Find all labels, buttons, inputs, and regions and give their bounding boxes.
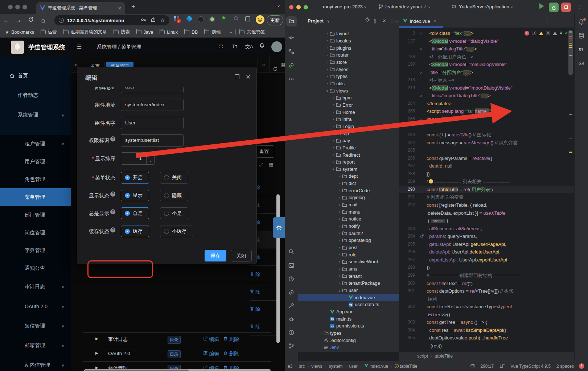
code-line-283[interactable]: 283const { t } = useI18n() // 国际化 xyxy=(399,131,588,139)
code-editor[interactable]: 2> <div class="flex"...>!10384✔6∧∨127 <X… xyxy=(399,29,588,352)
expand-row-icon[interactable]: ▶ xyxy=(95,337,98,341)
bookmarks-manager[interactable]: ★Bookmarks xyxy=(5,29,34,35)
update-browser-button[interactable]: 更新 xyxy=(267,15,283,25)
sidebar-collapse-icon[interactable]: ☰ xyxy=(77,44,82,50)
expand-collapse-icon[interactable]: ∧∨ xyxy=(374,18,376,24)
dialog-close-icon[interactable]: ✕ xyxy=(246,73,251,81)
editor-error-stripe[interactable] xyxy=(567,15,575,345)
tree-item-infra[interactable]: ›infra xyxy=(298,116,399,123)
extensions-puzzle-icon[interactable] xyxy=(234,15,239,22)
route-path-input[interactable]: user xyxy=(121,87,184,93)
always-show-on-radio[interactable]: 总是 xyxy=(121,207,149,219)
tree-item-layout[interactable]: ›layout xyxy=(298,30,399,37)
tree-item-Home[interactable]: ›Home xyxy=(298,108,399,116)
tree-item-types[interactable]: ›types xyxy=(298,73,399,80)
cache-status-on-radio[interactable]: 缓存 xyxy=(121,226,149,237)
code-line-219[interactable]: 219 <XModal v-model="importDialogVisible… xyxy=(399,84,588,92)
code-line-296[interactable]: 296 deleteApi: UserApi.deleteUserApi, xyxy=(399,248,588,256)
delete-icon[interactable] xyxy=(250,324,254,330)
sidebar-item[interactable]: 角色管理 xyxy=(0,170,71,188)
bookmark-folder[interactable]: 前端 xyxy=(204,29,221,35)
display-status-off-radio[interactable]: 隐藏 xyxy=(160,190,188,201)
site-info-icon[interactable]: i xyxy=(59,18,64,23)
breadcrumb-item[interactable]: script xyxy=(417,354,428,359)
stop-button[interactable] xyxy=(561,3,571,12)
tree-item-App.vue[interactable]: App.vue xyxy=(298,308,399,316)
tree-item-user.data.ts[interactable]: TSuser.data.ts xyxy=(298,301,399,308)
code-line-284[interactable]: 284const message = useMessage() // 消息弹窗 xyxy=(399,139,588,147)
bookmarks-overflow-chevron[interactable]: » xyxy=(229,30,232,35)
status-breadcrumb-item[interactable]: src xyxy=(299,364,305,369)
code-line-265[interactable]: 265<script setup lang="ts" name="User"> xyxy=(399,107,588,115)
sidebar-item[interactable]: 邮箱管理∨ xyxy=(0,336,71,355)
code-line[interactable]: ( props: { xyxy=(399,217,588,225)
code-line-288[interactable]: 288}) xyxy=(399,170,588,178)
window-zoom-button[interactable] xyxy=(22,5,27,9)
extension-green-circle-icon[interactable] xyxy=(209,16,215,22)
tree-item-tenant[interactable]: ›tenant xyxy=(298,272,399,280)
code-line-300[interactable]: 300const filterText = ref('') xyxy=(399,280,588,288)
code-line[interactable]: > :title="importDialogTitle"...> xyxy=(399,92,588,100)
code-line-302[interactable]: 302const treeRef = ref<InstanceType<type… xyxy=(399,303,588,311)
delete-link[interactable]: 删除 xyxy=(223,351,239,357)
sidebar-item[interactable]: 短信管理∨ xyxy=(0,316,71,336)
bookmark-folder[interactable]: 近期需要读的文章 xyxy=(63,29,107,35)
maven-tool-icon[interactable]: m xyxy=(579,46,583,53)
sidebar-item-author[interactable]: 作者动态 xyxy=(0,86,71,105)
sidebar-item[interactable]: 菜单管理 xyxy=(0,188,71,206)
component-path-input[interactable]: system/user/index xyxy=(121,99,184,111)
code-line-189[interactable]: 189 <!-- 分配用户角色 --> xyxy=(399,53,588,61)
window-close-button[interactable] xyxy=(8,5,13,9)
password-key-icon[interactable] xyxy=(141,17,146,24)
breadcrumb-item[interactable]: tableTitle xyxy=(435,354,453,359)
code-line[interactable]: > :title="dialogTitle"...> xyxy=(399,45,588,53)
locate-file-icon[interactable] xyxy=(365,15,370,28)
sort-spinner[interactable]: ∧∨ xyxy=(146,153,155,164)
run-config-widget[interactable]: YudaoServerApplication ∨ xyxy=(452,4,513,10)
tree-item-views[interactable]: ∨views xyxy=(298,87,399,94)
ide-close-button[interactable] xyxy=(289,5,293,9)
jrebel-tool-icon[interactable] xyxy=(288,62,294,70)
delete-icon[interactable] xyxy=(250,272,254,277)
tab-close-icon[interactable]: ✕ xyxy=(433,19,436,24)
code-line-294[interactable]: 294 params: queryParams, xyxy=(399,232,588,240)
tree-item-system[interactable]: ∨system xyxy=(298,166,399,173)
menu-status-off-radio[interactable]: 关闭 xyxy=(160,172,188,184)
terminal-tool-icon[interactable] xyxy=(288,263,294,270)
sidebar-item[interactable]: 部门管理 xyxy=(0,206,71,224)
tree-item-tenantPackage[interactable]: ›tenantPackage xyxy=(298,280,399,287)
tags-more-button[interactable]: » xyxy=(258,57,269,73)
line-ending[interactable]: LF xyxy=(499,364,505,369)
code-line-285[interactable]: 285 xyxy=(399,147,588,154)
status-breadcrumb-item[interactable]: vtableTitle xyxy=(395,364,417,369)
problems-tool-icon[interactable] xyxy=(288,330,294,337)
edit-link[interactable]: 编辑 xyxy=(203,336,219,343)
code-line-297[interactable]: 297 exportListApi: UserApi.exportUserApi xyxy=(399,256,588,264)
notification-bell-icon[interactable] xyxy=(259,43,265,50)
structure-tool-icon[interactable] xyxy=(288,49,294,56)
menu-status-on-radio[interactable]: 开启 xyxy=(121,172,149,184)
database-tool-icon[interactable] xyxy=(578,33,584,40)
sidebar-item[interactable]: OAuth 2.0∨ xyxy=(0,297,71,316)
tree-item-sensitiveWord[interactable]: ›sensitiveWord xyxy=(298,258,399,265)
code-line-287[interactable]: 287 deptId: null xyxy=(399,162,588,170)
delete-link[interactable]: 删除 xyxy=(223,336,239,343)
code-line[interactable]: deleteData, exportList }] = useXTable xyxy=(399,209,588,217)
extension-dark-circle-icon[interactable] xyxy=(198,16,203,22)
bookmark-star-icon[interactable]: ☆ xyxy=(160,17,165,24)
code-line-264[interactable]: 264</template> xyxy=(399,100,588,108)
sidebar-item[interactable]: 站内信管理∨ xyxy=(0,355,71,371)
locale-icon[interactable]: 文A xyxy=(245,44,253,50)
tab-search-chevron-icon[interactable]: ∨ xyxy=(277,4,280,8)
tree-item-index.vue[interactable]: index.vue xyxy=(298,294,399,301)
project-panel-title[interactable]: Project xyxy=(308,18,324,24)
tree-item-dept[interactable]: ›dept xyxy=(298,173,399,180)
expand-row-icon[interactable]: ▶ xyxy=(95,351,98,355)
copilot-status-icon[interactable] xyxy=(470,363,476,370)
code-line-290[interactable]: 290const tableTitle = ref('用户列表') xyxy=(399,186,588,194)
tree-item-role[interactable]: ›role xyxy=(298,251,399,258)
debug-tool-icon[interactable] xyxy=(288,316,294,323)
reload-button[interactable] xyxy=(25,17,37,24)
tree-item-post[interactable]: ›post xyxy=(298,244,399,251)
back-button[interactable]: ← xyxy=(0,17,12,24)
